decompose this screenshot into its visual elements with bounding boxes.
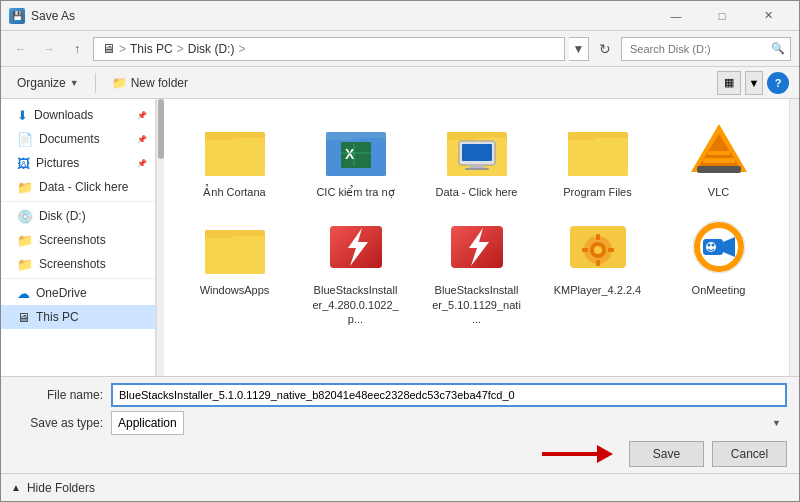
filename-row: File name: [13, 383, 787, 407]
new-folder-button[interactable]: 📁 New folder [106, 71, 194, 95]
sidebar-item-data-click[interactable]: 📁 Data - Click here [1, 175, 155, 199]
file-item-bluestacks1[interactable]: BlueStacksInstall er_4.280.0.1022_p... [295, 207, 416, 334]
onedrive-icon: ☁ [17, 286, 30, 301]
sidebar-this-pc-label: This PC [36, 310, 79, 324]
sidebar-item-onedrive[interactable]: ☁ OneDrive [1, 281, 155, 305]
sidebar-item-downloads[interactable]: ⬇ Downloads 📌 [1, 103, 155, 127]
svg-rect-14 [462, 144, 492, 161]
search-wrapper: 🔍 [621, 37, 791, 61]
main-scrollbar[interactable] [789, 99, 799, 376]
file-label-program-files: Program Files [563, 185, 631, 199]
file-label-vlc: VLC [708, 185, 729, 199]
minimize-button[interactable]: — [653, 1, 699, 31]
forward-button[interactable]: → [37, 37, 61, 61]
svg-rect-12 [447, 132, 475, 140]
file-item-cic[interactable]: X CIC kiểm tra nợ [295, 109, 416, 207]
file-label-windows-apps: WindowsApps [200, 283, 270, 297]
file-item-onmeeting[interactable]: OnMeeting [658, 207, 779, 334]
folder-icon-cic: X [324, 117, 388, 181]
pictures-icon: 🖼 [17, 156, 30, 171]
icon-onmeeting [687, 215, 751, 279]
sidebar-item-pictures[interactable]: 🖼 Pictures 📌 [1, 151, 155, 175]
file-item-windows-apps[interactable]: WindowsApps [174, 207, 295, 334]
search-icon: 🔍 [771, 42, 785, 55]
view-button[interactable]: ▦ [717, 71, 741, 95]
hide-folders-label: Hide Folders [27, 481, 95, 495]
file-item-data-click[interactable]: Data - Click here [416, 109, 537, 207]
content-area: ⬇ Downloads 📌 📄 Documents 📌 🖼 Pictures 📌… [1, 99, 799, 376]
file-label-anh-cortana: Ảnh Cortana [203, 185, 265, 199]
sidebar-downloads-label: Downloads [34, 108, 93, 122]
up-button[interactable]: ↑ [65, 37, 89, 61]
refresh-button[interactable]: ↻ [593, 37, 617, 61]
sidebar-item-screenshots1[interactable]: 📁 Screenshots [1, 228, 155, 252]
disk-d-icon: 💿 [17, 209, 33, 224]
svg-rect-39 [582, 248, 588, 252]
sidebar-item-screenshots2[interactable]: 📁 Screenshots [1, 252, 155, 276]
documents-pin: 📌 [137, 135, 147, 144]
downloads-pin: 📌 [137, 111, 147, 120]
data-click-icon: 📁 [17, 180, 33, 195]
svg-point-36 [594, 246, 602, 254]
svg-rect-5 [326, 132, 354, 140]
file-grid: Ảnh Cortana X [164, 99, 789, 376]
file-item-program-files[interactable]: Program Files [537, 109, 658, 207]
close-button[interactable]: ✕ [745, 1, 791, 31]
hide-folders-bar[interactable]: ▲ Hide Folders [1, 473, 799, 501]
help-button[interactable]: ? [767, 72, 789, 94]
path-this-pc: This PC [130, 42, 173, 56]
icon-bluestacks1 [324, 215, 388, 279]
buttons-row: Save Cancel [13, 441, 787, 467]
icon-bluestacks2 [445, 215, 509, 279]
savetype-select[interactable]: Application [111, 411, 184, 435]
bottom-section: File name: Save as type: Application ▼ S… [1, 376, 799, 473]
svg-rect-16 [465, 168, 489, 170]
filename-input[interactable] [111, 383, 787, 407]
sidebar-item-disk-d[interactable]: 💿 Disk (D:) [1, 204, 155, 228]
new-folder-label: New folder [131, 76, 188, 90]
arrow-head [597, 445, 613, 463]
organize-chevron: ▼ [70, 78, 79, 88]
view-dropdown-button[interactable]: ▼ [745, 71, 763, 95]
path-separator-2: > [177, 42, 184, 56]
savetype-label: Save as type: [13, 416, 103, 430]
downloads-icon: ⬇ [17, 108, 28, 123]
svg-rect-2 [205, 132, 233, 140]
sidebar-data-click-label: Data - Click here [39, 180, 128, 194]
svg-rect-18 [568, 138, 628, 176]
svg-rect-38 [596, 260, 600, 266]
sidebar-item-documents[interactable]: 📄 Documents 📌 [1, 127, 155, 151]
arrow-indicator [542, 445, 613, 463]
file-item-bluestacks2[interactable]: BlueStacksInstall er_5.10.1129_nati... [416, 207, 537, 334]
screenshots2-icon: 📁 [17, 257, 33, 272]
folder-icon-data-click [445, 117, 509, 181]
svg-point-47 [711, 244, 714, 247]
toolbar-separator [95, 73, 96, 93]
sidebar-screenshots2-label: Screenshots [39, 257, 106, 271]
organize-button[interactable]: Organize ▼ [11, 71, 85, 95]
cancel-button[interactable]: Cancel [712, 441, 787, 467]
svg-rect-1 [205, 138, 265, 176]
back-button[interactable]: ← [9, 37, 33, 61]
file-label-cic: CIC kiểm tra nợ [316, 185, 394, 199]
sidebar-scrollbar[interactable] [156, 99, 164, 376]
title-bar: 💾 Save As — □ ✕ [1, 1, 799, 31]
file-item-anh-cortana[interactable]: Ảnh Cortana [174, 109, 295, 207]
save-button[interactable]: Save [629, 441, 704, 467]
file-label-bluestacks1: BlueStacksInstall er_4.280.0.1022_p... [311, 283, 401, 326]
maximize-button[interactable]: □ [699, 1, 745, 31]
sidebar: ⬇ Downloads 📌 📄 Documents 📌 🖼 Pictures 📌… [1, 99, 156, 376]
search-input[interactable] [621, 37, 791, 61]
address-bar: ← → ↑ 🖥 > This PC > Disk (D:) > ▼ ↻ 🔍 [1, 31, 799, 67]
file-item-kmplayer[interactable]: KMPlayer_4.2.2.4 [537, 207, 658, 334]
file-label-bluestacks2: BlueStacksInstall er_5.10.1129_nati... [432, 283, 522, 326]
folder-icon-windows-apps [203, 215, 267, 279]
file-label-data-click: Data - Click here [436, 185, 518, 199]
file-item-vlc[interactable]: VLC [658, 109, 779, 207]
address-path[interactable]: 🖥 > This PC > Disk (D:) > [93, 37, 565, 61]
path-dropdown[interactable]: ▼ [569, 37, 589, 61]
sidebar-item-this-pc[interactable]: 🖥 This PC [1, 305, 155, 329]
path-computer-icon: 🖥 [102, 41, 115, 56]
window-controls: — □ ✕ [653, 1, 791, 31]
svg-point-46 [707, 244, 710, 247]
